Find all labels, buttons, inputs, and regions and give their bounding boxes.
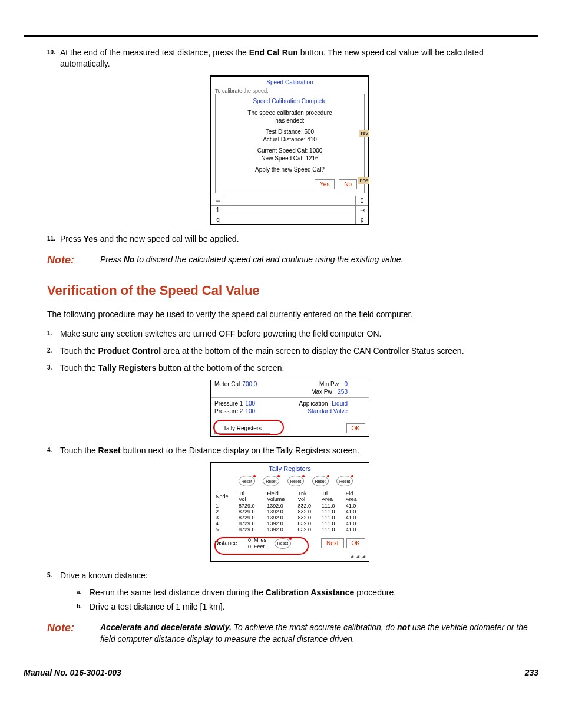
arrows-row: ◢ ◢ ◢ [211, 554, 369, 561]
dialog-header: Tally Registers [211, 463, 369, 476]
tally-table: NodeTtlVolFieldVolumeTnkVolTtlAreaFldAre… [214, 490, 365, 532]
side-label: rev [359, 130, 369, 137]
dialog-line: Test Distance: 500 [216, 128, 364, 136]
table-header: Node [214, 490, 237, 503]
note-label: Note: [47, 621, 100, 645]
distance-label: Distance [214, 540, 237, 546]
dialog-line: Apply the new Speed Cal? [216, 166, 364, 173]
dialog-line: has ended: [216, 117, 364, 124]
min-pw-value: 0 [344, 381, 348, 387]
next-button[interactable]: Next [321, 538, 344, 548]
pressure-2-label: Pressure 2 [214, 408, 243, 414]
step-text: At the end of the measured test distance… [60, 47, 533, 70]
pressure-1-value: 100 [245, 400, 255, 407]
step-number: 11. [47, 233, 60, 245]
note-body: Press No to discard the calculated speed… [100, 253, 533, 268]
speed-calibration-screenshot: Speed Calibration To calibrate the speed… [210, 75, 369, 225]
pressure-1-label: Pressure 1 [214, 400, 243, 407]
section-intro: The following procedure may be used to v… [47, 309, 533, 321]
pressure-2-value: 100 [245, 408, 255, 414]
no-button[interactable]: No [339, 179, 357, 189]
arrow-icon: ◢ [356, 554, 359, 559]
tally-registers-button[interactable]: Tally Registers [214, 423, 270, 434]
application-label: Application [299, 400, 328, 407]
table-row: 58729.01392.0832.0111.041.0 [214, 526, 365, 532]
faint-text: To calibrate the speed: [211, 88, 368, 94]
note-body: Accelerate and decelerate slowly. To ach… [100, 621, 533, 645]
ok-button[interactable]: OK [346, 423, 365, 433]
table-row: 18729.01392.0832.0111.041.0 [214, 503, 365, 509]
note-label: Note: [47, 253, 100, 268]
min-pw-label: Min Pw [319, 381, 339, 387]
table-header: FieldVolume [266, 490, 296, 503]
meter-cal-label: Meter Cal [214, 381, 240, 387]
verify-step-3: 3. Touch the Tally Registers button at t… [47, 363, 533, 374]
note: Note: Press No to discard the calculated… [47, 253, 533, 268]
dialog-line: Actual Distance: 410 [216, 136, 364, 143]
step-10: 10. At the end of the measured test dist… [47, 47, 533, 70]
reset-button[interactable]: Reset [263, 476, 279, 486]
reset-button[interactable]: Reset [312, 476, 329, 486]
verify-step-2: 2. Touch the Product Control area at the… [47, 345, 533, 357]
verify-step-1: 1. Make sure any section switches are tu… [47, 328, 533, 340]
page-footer: Manual No. 016-3001-003 233 [24, 663, 538, 677]
controller-status-screenshot: Meter Cal 700.0 Min Pw 0 Max Pw 253 Pres… [210, 380, 369, 437]
page-number: 233 [525, 668, 538, 677]
section-title: Verification of the Speed Cal Value [47, 283, 533, 298]
bottom-cell: 1 [211, 206, 224, 215]
dialog-line: New Speed Cal: 1216 [216, 154, 364, 162]
yes-button[interactable]: Yes [315, 179, 335, 189]
reset-button[interactable]: Reset [239, 476, 255, 486]
max-pw-value: 253 [338, 388, 348, 395]
right-arrow-icon[interactable]: ⤙ [355, 206, 368, 215]
dialog-line: The speed calibration procedure [216, 109, 364, 117]
distance-values: 0 Miles 0 Feet [248, 537, 266, 550]
step-number: 10. [47, 47, 60, 70]
verify-step-4: 4. Touch the Reset button next to the Di… [47, 445, 533, 456]
dialog-header: Speed Calibration [211, 77, 368, 88]
tally-registers-screenshot: Tally Registers Reset Reset Reset Reset … [210, 462, 369, 562]
arrow-icon: ◢ [362, 554, 365, 559]
reset-button[interactable]: Reset [336, 476, 353, 486]
step-11: 11. Press Yes and the new speed cal will… [47, 233, 533, 245]
dialog-title: Speed Calibration Complete [216, 94, 364, 109]
reset-button[interactable]: Reset [287, 476, 304, 486]
note: Note: Accelerate and decelerate slowly. … [47, 621, 533, 645]
ok-button[interactable]: OK [346, 538, 365, 548]
reset-button[interactable]: Reset [275, 538, 291, 549]
verify-step-5b: b. Drive a test distance of 1 mile [1 km… [77, 601, 533, 612]
table-header: FldArea [345, 490, 365, 503]
bottom-cell: 0 [355, 196, 368, 205]
table-header: TnkVol [296, 490, 320, 503]
manual-number: Manual No. 016-3001-003 [24, 668, 121, 677]
standard-valve-label: Standard Valve [308, 408, 348, 414]
arrow-icon: ◢ [350, 554, 353, 559]
meter-cal-value: 700.0 [242, 381, 257, 387]
table-header: TtlArea [320, 490, 345, 503]
verify-step-5a: a. Re-run the same test distance driven … [77, 587, 533, 598]
max-pw-label: Max Pw [311, 388, 332, 395]
step-text: Press Yes and the new speed cal will be … [60, 233, 533, 245]
table-row: 38729.01392.0832.0111.041.0 [214, 515, 365, 521]
side-label: nce [358, 177, 369, 184]
bottom-cell: q [211, 215, 224, 224]
bottom-cell: p [355, 215, 368, 224]
application-value: Liquid [332, 400, 348, 407]
bottom-bar: ⇦ 0 [211, 196, 368, 205]
table-row: 48729.01392.0832.0111.041.0 [214, 521, 365, 526]
left-arrow-icon[interactable]: ⇦ [211, 196, 224, 205]
table-row: 28729.01392.0832.0111.041.0 [214, 509, 365, 515]
dialog-line: Current Speed Cal: 1000 [216, 147, 364, 154]
table-header: TtlVol [237, 490, 266, 503]
verify-step-5: 5. Drive a known distance: [47, 570, 533, 581]
